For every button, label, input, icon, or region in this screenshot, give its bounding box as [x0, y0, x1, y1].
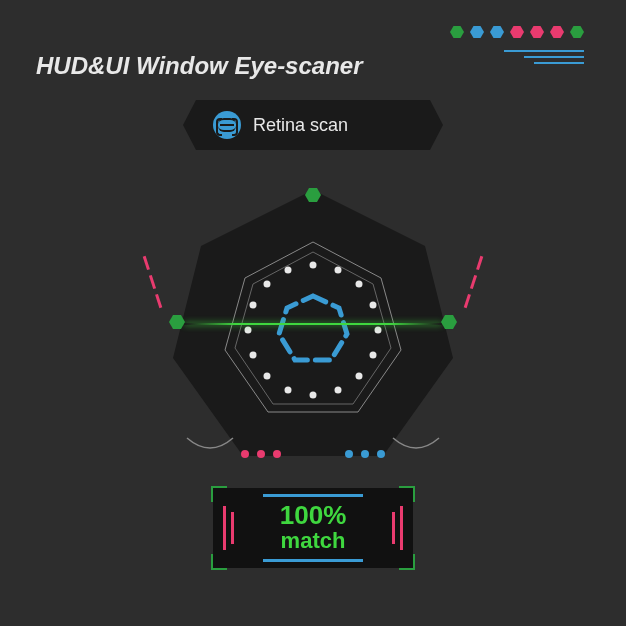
arc-decor — [391, 436, 441, 456]
retina-scan-panel: Retina scan — [183, 100, 443, 150]
retina-label: Retina scan — [253, 115, 348, 136]
svg-point-15 — [250, 302, 257, 309]
svg-point-4 — [356, 281, 363, 288]
svg-point-6 — [375, 327, 382, 334]
svg-point-10 — [310, 392, 317, 399]
svg-point-3 — [335, 267, 342, 274]
decor-line — [263, 559, 363, 562]
corner-bracket-icon — [399, 486, 415, 502]
svg-point-14 — [245, 327, 252, 334]
decor-line — [263, 494, 363, 497]
scan-line — [184, 323, 442, 325]
svg-point-12 — [264, 373, 271, 380]
svg-marker-18 — [279, 296, 347, 360]
svg-point-8 — [356, 373, 363, 380]
page-title: HUD&UI Window Eye-scaner — [36, 52, 363, 80]
eye-scanner — [143, 160, 483, 500]
arc-decor — [185, 436, 235, 456]
match-label: match — [281, 528, 346, 554]
svg-point-5 — [370, 302, 377, 309]
iris-icon — [273, 290, 353, 370]
top-line-decor — [504, 50, 584, 64]
match-panel: 100% match — [213, 488, 413, 568]
svg-point-17 — [285, 267, 292, 274]
decor-tick — [392, 512, 395, 544]
dot-row-blue — [345, 450, 385, 458]
svg-point-11 — [285, 387, 292, 394]
decor-tick — [223, 506, 226, 550]
top-hex-row — [450, 26, 584, 38]
side-ticks-right — [464, 256, 484, 308]
svg-point-16 — [264, 281, 271, 288]
side-ticks-left — [143, 256, 163, 308]
corner-bracket-icon — [211, 554, 227, 570]
svg-point-2 — [310, 262, 317, 269]
dot-row-pink — [241, 450, 281, 458]
svg-point-9 — [335, 387, 342, 394]
decor-tick — [231, 512, 234, 544]
corner-bracket-icon — [399, 554, 415, 570]
corner-bracket-icon — [211, 486, 227, 502]
svg-point-7 — [370, 352, 377, 359]
scan-icon — [213, 111, 241, 139]
decor-tick — [400, 506, 403, 550]
svg-point-13 — [250, 352, 257, 359]
match-value: 100% — [280, 502, 347, 528]
